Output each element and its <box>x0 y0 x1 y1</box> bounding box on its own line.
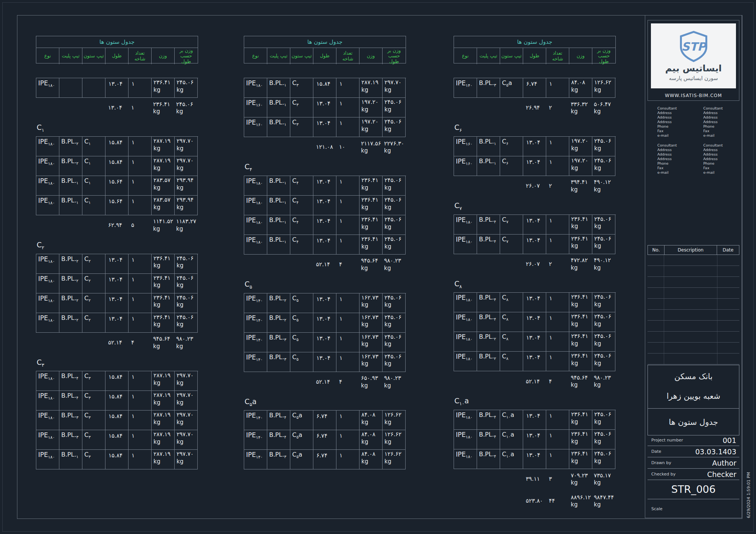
summary-cell: ۳۹۴.۴۱ kg <box>569 176 592 196</box>
column-header: تیپ پلیت <box>477 48 500 64</box>
group-label: C۷ <box>454 201 616 213</box>
group-label: C۲ <box>37 240 198 252</box>
table-cell: ۱۵.۶۴ <box>105 176 129 196</box>
table-cell: C۵a <box>290 430 313 450</box>
table-cell: B.PL.۴ <box>477 410 500 430</box>
table-cell: IPE۱۴۰ <box>244 450 267 469</box>
table-cell: C۵ <box>290 333 313 352</box>
table-cell: ۱ <box>129 274 152 293</box>
consultant-block: ConsultantAddressAddressAddressPhoneFaxe… <box>648 106 694 138</box>
table-cell: ۲۹۳.۹۴ kg <box>175 176 198 196</box>
table-cell: B.PL.۴ <box>477 312 500 332</box>
table-cell: ۱ <box>546 449 569 469</box>
revision-empty-row <box>648 299 739 310</box>
table-cell: ۲۳۶.۴۱ kg <box>569 312 592 332</box>
summary-cell: ۲ <box>546 98 569 118</box>
table-cell <box>59 78 82 98</box>
table-cell: ۱۳.۰۴ <box>313 176 336 196</box>
summary-cell <box>477 98 500 118</box>
table-cell: ۲۹۷.۷۰ kg <box>175 450 198 469</box>
table-cell: B.PL.۱ <box>267 117 290 137</box>
schedule-header: جدول ستون هانوعتیپ پلیتتیپ ستونطولتعداد … <box>36 36 198 63</box>
grand-total-cell: ۴۴ <box>546 491 569 511</box>
table-cell: ۸۴.۰۸ kg <box>569 78 592 98</box>
table-cell: B.PL.۱ <box>267 235 290 255</box>
column-header: طول <box>105 48 129 64</box>
table-cell: ۱۳.۰۴ <box>313 333 336 352</box>
group-rows: IPE۱۴۰B.PL.۲C۵۱۳.۰۴۱۱۶۲.۷۳ kg۲۴۵.۰۶ kgIP… <box>244 293 406 372</box>
summary-cell: ۴۷۲.۸۲ kg <box>569 254 592 275</box>
schedule-header: جدول ستون هانوعتیپ پلیتتیپ ستونطولتعداد … <box>454 36 616 63</box>
table-cell: C۱۰a <box>500 410 523 430</box>
grand-total-cell: ۵۲۳.۸۰ <box>523 491 546 511</box>
table-cell: B.PL.۴ <box>477 293 500 312</box>
table-cell: ۲۴۵.۰۶ kg <box>175 254 198 274</box>
table-cell: B.PL.۱ <box>267 78 290 98</box>
column-header: نوع <box>36 48 59 64</box>
schedule-title: جدول ستون ها <box>454 36 615 48</box>
table-cell: ۲۳۶.۴۱ kg <box>569 235 592 254</box>
group-rows: IPE۱۸۰B.PL.۴C۸۱۳.۰۴۱۲۳۶.۴۱ kg۲۴۵.۰۶ kgIP… <box>454 292 616 371</box>
title-block-field: Date03.03.1403 <box>648 446 739 457</box>
table-cell: IPE۱۸۰ <box>36 176 59 196</box>
table-cell: B.PL.۴ <box>267 430 290 450</box>
table-cell: ۱ <box>546 352 569 371</box>
table-cell: ۲۴۵.۰۶ kg <box>383 333 406 352</box>
revision-header-cell: Description <box>665 245 717 255</box>
table-cell: ۲۳۶.۴۱ kg <box>359 176 383 196</box>
table-cell: ۲۹۷.۷۰ kg <box>175 371 198 391</box>
summary-cell <box>477 371 500 392</box>
table-cell: ۸۴.۰۸ kg <box>359 411 383 430</box>
summary-cell: ۹۸۰.۲۳ kg <box>382 255 405 275</box>
table-cell: ۱۲۶.۶۲ kg <box>383 450 406 469</box>
summary-cell: ۴ <box>546 371 569 392</box>
table-cell: ۲۳۶.۴۱ kg <box>569 410 592 430</box>
table-cell: ۱۳.۰۴ <box>313 98 336 117</box>
group-label: C۱۰a <box>454 396 616 408</box>
group-summary-row: ۵۲.۱۴۴۹۴۵.۶۴ kg۹۸۰.۲۳ kg <box>244 255 406 275</box>
column-header: وزن بر حسب طول <box>592 48 615 64</box>
table-cell: B.PL.۳ <box>267 352 290 372</box>
summary-cell: ۷۳۵.۱۷ kg <box>592 469 615 489</box>
summary-cell <box>82 215 105 236</box>
table-cell: IPE۱۶۰ <box>244 117 267 137</box>
schedule-title: جدول ستون ها <box>244 36 406 48</box>
title-block-field: Checked byChecker <box>648 469 739 480</box>
table-cell: ۱۳.۰۴ <box>313 117 336 137</box>
table-cell: C۱۰a <box>500 449 523 469</box>
table-cell: C۸ <box>500 312 523 332</box>
table-cell: C۲ <box>82 293 105 313</box>
group-rows: IPE۱۸۰B.PL.۱C۴۱۳.۰۴۱۲۳۶.۴۱ kg۲۴۵.۰۶ kgIP… <box>244 176 406 255</box>
table-cell: IPE۱۸۰ <box>244 78 267 98</box>
table-cell: IPE۱۸۰ <box>244 196 267 215</box>
table-cell: B.PL.۱ <box>59 450 82 469</box>
consultant-block: ConsultantAddressAddressAddressPhoneFaxe… <box>694 106 740 138</box>
table-cell: IPE۱۴۰ <box>244 313 267 333</box>
table-cell: ۱۶۲.۷۳ kg <box>359 313 383 333</box>
summary-cell <box>477 254 500 275</box>
table-cell: B.PL.۴ <box>477 430 500 449</box>
group-label: C۸ <box>454 279 616 291</box>
table-cell: ۱۳.۰۴ <box>523 332 546 352</box>
summary-cell: ۹۸۰.۲۳ kg <box>174 333 197 353</box>
column-header: نوع <box>454 48 477 64</box>
table-cell: ۱ <box>546 78 569 98</box>
table-cell: ۱ <box>336 352 359 372</box>
revision-header-cell: Date <box>717 245 739 255</box>
table-cell: ۱ <box>546 430 569 449</box>
sheet-title: جدول ستون ها <box>648 409 739 435</box>
table-cell: ۲۳۶.۴۱ kg <box>152 274 175 293</box>
table-cell: ۲۸۷.۱۹ kg <box>152 450 175 469</box>
table-cell: ۲۹۷.۷۰ kg <box>383 78 406 98</box>
table-cell: IPE۱۴۰ <box>454 78 477 98</box>
table-cell: ۶.۷۴ <box>313 430 336 450</box>
table-cell: IPE۱۸۰ <box>454 293 477 312</box>
group-summary-row: ۲۶.۰۷۲۳۹۴.۴۱ kg۴۹۰.۱۲ kg <box>454 176 616 196</box>
brand-name: ایساتیس بیم <box>665 63 722 74</box>
table-cell: ۶.۷۴ <box>313 411 336 430</box>
table-cell: IPE۱۸۰ <box>36 254 59 274</box>
table-cell: ۱ <box>336 411 359 430</box>
table-cell: ۱۳.۰۴ <box>523 137 546 156</box>
table-cell: C۳ <box>82 411 105 430</box>
table-cell: ۱۵.۶۴ <box>105 196 129 215</box>
